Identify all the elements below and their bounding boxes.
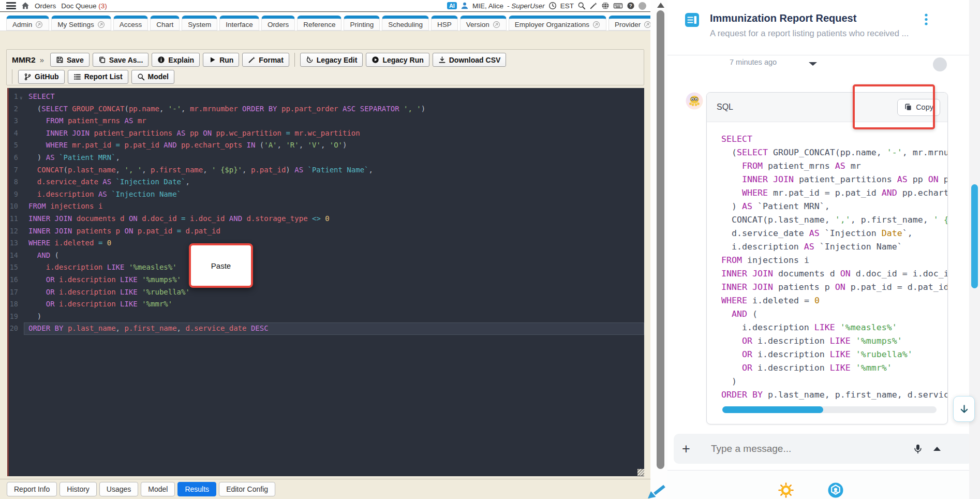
- ai-badge[interactable]: AI: [447, 2, 457, 9]
- chat-scrollbar[interactable]: [969, 0, 980, 499]
- doc-queue-count: (3): [98, 2, 107, 10]
- home-icon[interactable]: [21, 2, 29, 10]
- save-button[interactable]: Save: [50, 53, 90, 67]
- scrollbar-up-arrow-icon[interactable]: [657, 3, 664, 8]
- collapse-caret-icon[interactable]: [933, 447, 941, 451]
- code-line-2: 2 (SELECT GROUP_CONCAT(pp.name, '-', mr.…: [9, 103, 644, 115]
- button-label: Run: [219, 56, 233, 64]
- line-number[interactable]: 18: [9, 298, 18, 311]
- line-number[interactable]: 4: [9, 127, 18, 140]
- line-number[interactable]: 5: [9, 139, 18, 152]
- code-line-3: 3 FROM patient_mrns AS mr: [9, 115, 644, 127]
- copy-button[interactable]: Copy: [897, 99, 940, 116]
- line-number[interactable]: 3: [9, 115, 18, 127]
- bottom-tab-editor-config[interactable]: Editor Config: [219, 482, 275, 496]
- main-tab-scheduling[interactable]: Scheduling: [382, 16, 429, 31]
- line-number[interactable]: 6: [9, 152, 18, 164]
- wand-icon[interactable]: [589, 2, 598, 10]
- line-number[interactable]: 14: [9, 250, 18, 262]
- bottom-tab-results[interactable]: Results: [177, 482, 216, 496]
- keyboard-icon[interactable]: [613, 2, 623, 10]
- line-number[interactable]: 13: [9, 237, 18, 250]
- main-tab-employer-organizations[interactable]: Employer Organizations: [509, 16, 606, 31]
- microphone-icon[interactable]: [913, 444, 923, 453]
- line-number[interactable]: 16: [9, 274, 18, 286]
- line-number[interactable]: 20: [9, 322, 18, 335]
- download-csv-button[interactable]: Download CSV: [433, 53, 507, 67]
- copy-icon: [98, 56, 106, 64]
- report-list-button[interactable]: Report List: [68, 70, 128, 84]
- save-as-button[interactable]: Save As...: [93, 53, 149, 67]
- bottom-tab-history[interactable]: History: [60, 482, 97, 496]
- copy-icon: [904, 103, 912, 111]
- model-button[interactable]: Model: [131, 70, 174, 84]
- line-number[interactable]: 8: [9, 176, 18, 188]
- sql-code-editor[interactable]: 1∨SELECT2 (SELECT GROUP_CONCAT(pp.name, …: [7, 88, 644, 476]
- scroll-down-button[interactable]: [953, 396, 975, 422]
- main-tab-hsp[interactable]: HSP: [431, 16, 458, 31]
- line-number[interactable]: 7: [9, 164, 18, 177]
- timezone-label[interactable]: EST: [560, 2, 574, 10]
- explain-button[interactable]: Explain: [152, 53, 200, 67]
- message-input[interactable]: [711, 443, 913, 454]
- main-tab-version[interactable]: Version: [460, 16, 507, 31]
- line-number[interactable]: 19: [9, 311, 18, 323]
- format-button[interactable]: Format: [242, 53, 289, 67]
- legacy-run-button[interactable]: Legacy Run: [366, 53, 429, 67]
- line-number[interactable]: 12: [9, 225, 18, 238]
- main-tab-reference[interactable]: Reference: [297, 16, 341, 31]
- fold-caret-icon[interactable]: ∨: [20, 93, 24, 103]
- paste-annotation-button[interactable]: Paste: [189, 243, 253, 288]
- code-line-20: 20ORDER BY p.last_name, p.first_name, d.…: [9, 322, 644, 335]
- user-name[interactable]: MIE, Alice: [472, 2, 503, 10]
- main-tab-my-settings[interactable]: My Settings: [51, 16, 111, 31]
- search-icon[interactable]: [577, 2, 586, 10]
- globe-icon[interactable]: [601, 2, 610, 10]
- avatar-placeholder[interactable]: [639, 2, 646, 10]
- chat-scrollbar-thumb[interactable]: [971, 184, 978, 288]
- line-number[interactable]: 11: [9, 213, 18, 225]
- help-icon[interactable]: ?: [627, 2, 635, 10]
- tab-label: Scheduling: [388, 21, 423, 28]
- scroll-top-button[interactable]: [933, 57, 947, 71]
- sun-gear-icon[interactable]: [778, 482, 794, 498]
- main-tab-access[interactable]: Access: [113, 16, 149, 31]
- bottom-tab-model[interactable]: Model: [141, 482, 175, 496]
- legacy-edit-button[interactable]: Legacy Edit: [300, 53, 363, 67]
- main-tab-printing[interactable]: Printing: [344, 16, 380, 31]
- breadcrumb-orders[interactable]: Orders: [35, 2, 56, 10]
- bottom-tab-report-info[interactable]: Report Info: [7, 482, 57, 496]
- left-panel-scrollbar[interactable]: [650, 0, 667, 499]
- line-number[interactable]: 1: [9, 91, 18, 103]
- playc-icon: [372, 56, 379, 64]
- code-line-13: WHERE i.deleted = 0: [721, 294, 947, 307]
- main-tab-system[interactable]: System: [182, 16, 217, 31]
- bottom-tab-usages[interactable]: Usages: [99, 482, 138, 496]
- attach-button[interactable]: +: [682, 442, 704, 456]
- code-horizontal-scrollbar[interactable]: [722, 406, 937, 413]
- line-number[interactable]: 17: [9, 286, 18, 299]
- main-tab-orders[interactable]: Orders: [261, 16, 295, 31]
- line-number[interactable]: 9: [9, 188, 18, 201]
- code-line-6: ) AS `Patient MRN`,: [721, 200, 947, 213]
- main-tab-provider[interactable]: Provider: [608, 16, 650, 31]
- line-number[interactable]: 10: [9, 200, 18, 213]
- report-name-chevron[interactable]: »: [40, 55, 44, 64]
- timestamp-caret-icon[interactable]: [809, 62, 817, 66]
- code-scrollbar-thumb[interactable]: [722, 406, 823, 413]
- main-tab-admin[interactable]: Admin: [6, 16, 49, 31]
- main-tab-interface[interactable]: Interface: [219, 16, 259, 31]
- scrollbar-thumb[interactable]: [657, 10, 664, 469]
- sql-code-block[interactable]: SELECT (SELECT GROUP_CONCAT(pp.name, '-'…: [707, 122, 947, 402]
- run-button[interactable]: Run: [203, 53, 239, 67]
- breadcrumb-doc-queue[interactable]: Doc Queue (3): [61, 2, 107, 10]
- app-logo-icon[interactable]: [828, 482, 843, 498]
- line-number[interactable]: 15: [9, 261, 18, 274]
- main-tab-chart[interactable]: Chart: [150, 16, 180, 31]
- line-number[interactable]: 2: [9, 103, 18, 115]
- kebab-menu-icon[interactable]: [925, 13, 928, 25]
- hamburger-menu-icon[interactable]: [6, 2, 16, 9]
- github-button[interactable]: GitHub: [18, 70, 65, 84]
- editor-resize-handle[interactable]: [637, 469, 644, 476]
- code-line-7: 7 CONCAT(p.last_name, ', ', p.first_name…: [9, 164, 644, 177]
